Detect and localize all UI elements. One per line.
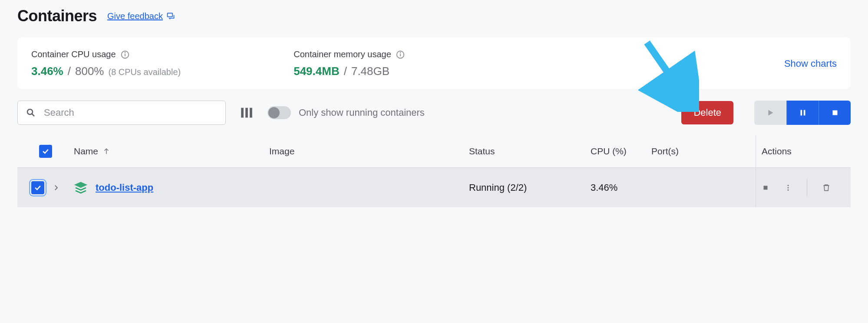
col-actions: Actions	[756, 146, 851, 157]
columns-button[interactable]	[238, 104, 255, 121]
cpu-usage-block: Container CPU usage 3.46% / 800% (8 CPUs…	[31, 49, 181, 78]
delete-button[interactable]: Delete	[681, 101, 733, 124]
row-cpu: 3.46%	[591, 182, 651, 193]
container-name-link[interactable]: todo-list-app	[96, 182, 153, 193]
col-name[interactable]: Name	[74, 146, 98, 157]
cpu-usage-value: 3.46%	[31, 65, 63, 78]
stack-icon	[74, 181, 88, 195]
pause-icon	[798, 108, 808, 117]
stats-card: Container CPU usage 3.46% / 800% (8 CPUs…	[17, 37, 851, 89]
info-icon[interactable]	[396, 50, 405, 59]
running-only-label: Only show running containers	[299, 107, 425, 118]
svg-rect-13	[800, 110, 802, 116]
feedback-icon	[166, 12, 175, 20]
cpu-usage-max: 800%	[75, 65, 104, 78]
bulk-action-group	[754, 101, 851, 125]
memory-usage-block: Container memory usage 549.4MB / 7.48GB	[294, 49, 405, 78]
row-status: Running (2/2)	[469, 182, 591, 193]
search-box[interactable]	[17, 101, 226, 125]
svg-rect-18	[764, 186, 768, 189]
info-icon[interactable]	[120, 50, 130, 59]
stop-icon	[762, 184, 769, 192]
search-icon	[26, 108, 36, 118]
memory-usage-value: 549.4MB	[294, 65, 340, 78]
svg-line-8	[32, 114, 35, 117]
svg-point-20	[788, 187, 789, 188]
svg-rect-11	[250, 108, 252, 118]
sort-asc-icon	[102, 147, 110, 155]
svg-rect-9	[241, 108, 244, 118]
svg-marker-12	[768, 110, 773, 116]
kebab-icon	[784, 184, 792, 192]
chevron-right-icon	[52, 184, 60, 192]
select-all-checkbox[interactable]	[39, 145, 52, 158]
play-icon	[766, 108, 775, 117]
columns-icon	[239, 105, 254, 120]
start-button[interactable]	[754, 101, 786, 125]
table-header: Name Image Status CPU (%) Port(s) Action…	[17, 135, 851, 167]
col-status[interactable]: Status	[469, 146, 591, 157]
pause-button[interactable]	[786, 101, 818, 125]
svg-point-19	[788, 185, 789, 186]
containers-table: Name Image Status CPU (%) Port(s) Action…	[17, 135, 851, 207]
cpu-usage-label: Container CPU usage	[31, 49, 116, 59]
stop-button[interactable]	[818, 101, 851, 125]
row-more-button[interactable]	[784, 184, 792, 192]
svg-rect-15	[832, 111, 837, 115]
svg-point-7	[27, 109, 33, 114]
give-feedback-link[interactable]: Give feedback	[107, 11, 175, 21]
svg-point-3	[125, 52, 125, 52]
col-ports[interactable]: Port(s)	[651, 146, 756, 157]
stop-icon	[830, 108, 840, 117]
running-only-toggle[interactable]	[267, 106, 291, 119]
svg-point-21	[788, 189, 789, 190]
cpu-usage-sub: (8 CPUs available)	[108, 67, 181, 77]
svg-rect-14	[803, 110, 805, 116]
search-input[interactable]	[44, 107, 218, 118]
memory-usage-label: Container memory usage	[294, 49, 391, 59]
table-row[interactable]: todo-list-app Running (2/2) 3.46%	[17, 167, 851, 207]
expand-row-button[interactable]	[52, 184, 60, 192]
svg-marker-17	[76, 183, 86, 187]
row-delete-button[interactable]	[822, 183, 831, 192]
toolbar: Only show running containers Delete	[17, 101, 851, 125]
give-feedback-label: Give feedback	[107, 11, 163, 21]
svg-rect-0	[167, 13, 172, 16]
svg-point-6	[400, 52, 400, 52]
row-stop-button[interactable]	[762, 184, 769, 192]
trash-icon	[822, 183, 831, 192]
col-image[interactable]: Image	[269, 146, 469, 157]
col-cpu[interactable]: CPU (%)	[591, 146, 651, 157]
page-title: Containers	[17, 7, 97, 25]
svg-rect-10	[245, 108, 248, 118]
show-charts-link[interactable]: Show charts	[784, 58, 837, 69]
row-checkbox[interactable]	[31, 181, 44, 194]
memory-usage-max: 7.48GB	[351, 65, 389, 78]
